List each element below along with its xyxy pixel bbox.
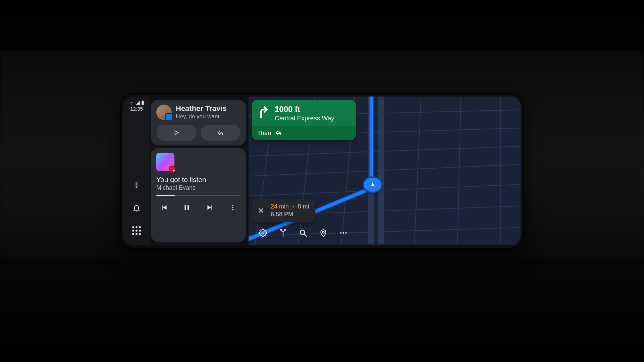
turn-road: Central Express Way: [275, 115, 334, 122]
more-vert-icon: [229, 204, 236, 211]
svg-line-11: [249, 184, 521, 196]
svg-point-32: [345, 232, 346, 234]
battery-icon: [141, 101, 144, 105]
media-more-button[interactable]: [227, 202, 238, 213]
navigation-map[interactable]: 1000 ft Central Express Way Then 24 min …: [249, 97, 521, 245]
status-icons: [129, 101, 144, 105]
turn-distance: 1000 ft: [275, 105, 334, 114]
mic-icon: [133, 181, 140, 189]
head-unit-device: 12:35 Heather Travis Hey,: [121, 94, 523, 248]
routes-icon: [279, 229, 287, 237]
message-card[interactable]: Heather Travis Hey, do you want...: [151, 100, 246, 145]
previous-track-button[interactable]: [158, 202, 170, 213]
svg-rect-2: [185, 205, 186, 210]
alternate-routes-button[interactable]: [277, 227, 289, 239]
eta-card[interactable]: 24 min • 8 mi 6:58 PM: [252, 199, 315, 222]
playback-progress[interactable]: [156, 195, 240, 196]
location-pin-icon: [319, 229, 328, 237]
svg-rect-3: [187, 205, 189, 210]
svg-point-25: [280, 229, 281, 230]
next-turn-row: Then: [252, 126, 356, 140]
eta-distance: 8 mi: [298, 203, 309, 210]
status-time: 12:35: [130, 106, 143, 112]
close-icon: [258, 207, 264, 214]
assistant-button[interactable]: [130, 178, 143, 192]
next-track-button[interactable]: [204, 202, 216, 213]
svg-point-30: [340, 232, 341, 234]
svg-line-28: [304, 234, 307, 236]
svg-point-24: [262, 232, 264, 234]
track-title: You got to listen: [156, 176, 240, 184]
uturn-icon: [275, 129, 282, 137]
svg-point-26: [285, 229, 286, 230]
screen: 12:35 Heather Travis Hey,: [123, 97, 521, 245]
reply-icon: [217, 129, 224, 136]
turn-direction-card[interactable]: 1000 ft Central Express Way Then: [252, 100, 356, 140]
svg-point-31: [343, 232, 344, 234]
signal-icon: [135, 101, 141, 105]
app-launcher-button[interactable]: [130, 224, 143, 237]
more-horiz-icon: [339, 229, 348, 237]
message-preview: Hey, do you want...: [176, 113, 227, 120]
svg-line-9: [249, 146, 521, 156]
status-rail: 12:35: [123, 97, 150, 245]
eta-arrival-time: 6:58 PM: [271, 211, 309, 218]
pause-icon: [182, 203, 191, 212]
album-art: [156, 153, 174, 171]
recenter-button[interactable]: [318, 227, 329, 239]
notifications-button[interactable]: [130, 201, 143, 215]
wifi-icon: [129, 101, 135, 105]
svg-rect-1: [142, 101, 143, 101]
close-navigation-button[interactable]: [256, 205, 266, 216]
gear-icon: [259, 229, 267, 237]
bell-icon: [132, 204, 141, 212]
apps-grid-icon: [132, 226, 141, 235]
svg-line-10: [249, 165, 521, 176]
reply-message-button[interactable]: [201, 125, 241, 141]
media-card[interactable]: You got to listen Michael Evans: [151, 148, 246, 242]
skip-next-icon: [206, 203, 214, 212]
svg-point-4: [232, 205, 233, 206]
track-artist: Michael Evans: [156, 184, 240, 191]
search-icon: [299, 229, 308, 237]
cards-column: Heather Travis Hey, do you want... You g…: [150, 97, 249, 245]
message-sender: Heather Travis: [176, 105, 227, 113]
play-message-button[interactable]: [156, 125, 197, 141]
progress-fill: [156, 195, 175, 196]
play-icon: [173, 129, 179, 136]
nav-settings-button[interactable]: [257, 227, 269, 239]
svg-point-5: [232, 207, 233, 208]
then-label: Then: [257, 130, 271, 137]
svg-point-29: [322, 231, 324, 233]
location-arrow-icon: [369, 181, 376, 188]
svg-point-6: [232, 209, 233, 210]
svg-line-18: [458, 97, 461, 244]
map-more-button[interactable]: [338, 227, 349, 239]
search-button[interactable]: [298, 227, 309, 239]
eta-separator: •: [292, 204, 294, 209]
svg-rect-0: [142, 101, 144, 105]
turn-right-icon: [257, 105, 270, 120]
contact-avatar: [156, 105, 172, 120]
map-toolbar: [252, 224, 355, 242]
current-location-marker: [364, 178, 381, 192]
eta-duration: 24 min: [271, 203, 289, 210]
skip-previous-icon: [160, 203, 168, 212]
play-pause-button[interactable]: [181, 202, 193, 213]
svg-line-17: [415, 97, 421, 244]
